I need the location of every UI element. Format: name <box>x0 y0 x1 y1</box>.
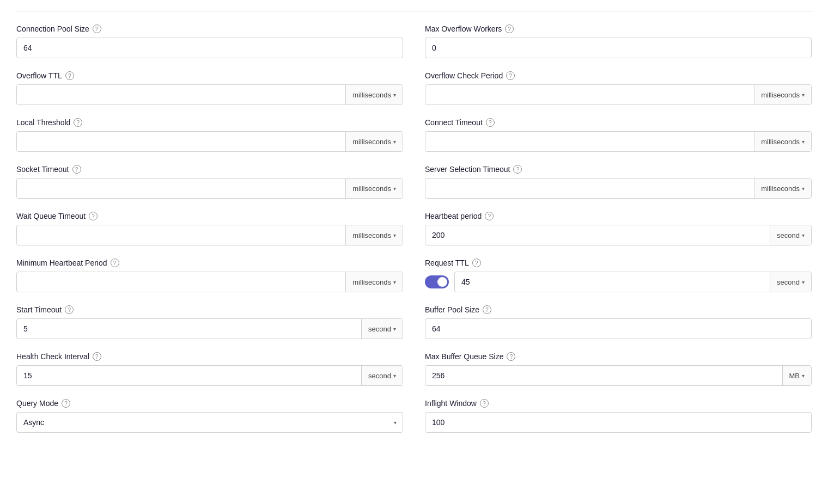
field-max-overflow-workers: Max Overflow Workers ? <box>425 24 812 58</box>
input-inflight-window[interactable] <box>425 412 812 433</box>
chevron-down-icon: ▾ <box>393 92 396 98</box>
label-overflow-check-period: Overflow Check Period ? <box>425 71 812 80</box>
input-wrapper-request-ttl: second ▾ <box>454 272 812 292</box>
help-icon-minimum-heartbeat-period[interactable]: ? <box>111 259 119 267</box>
input-request-ttl[interactable] <box>455 272 770 292</box>
label-buffer-pool-size: Buffer Pool Size ? <box>425 305 812 314</box>
help-icon-socket-timeout[interactable]: ? <box>72 165 81 174</box>
field-connect-timeout: Connect Timeout ? milliseconds ▾ <box>425 118 812 152</box>
unit-select-local-threshold[interactable]: milliseconds ▾ <box>345 132 403 151</box>
chevron-down-icon: ▾ <box>393 186 396 192</box>
select-query-mode[interactable]: Async Sync <box>16 412 403 433</box>
input-overflow-check-period[interactable] <box>425 85 754 105</box>
input-start-timeout[interactable] <box>17 319 361 339</box>
unit-select-server-selection-timeout[interactable]: milliseconds ▾ <box>754 179 811 198</box>
help-icon-inflight-window[interactable]: ? <box>480 399 489 408</box>
unit-select-socket-timeout[interactable]: milliseconds ▾ <box>345 179 403 198</box>
field-overflow-ttl: Overflow TTL ? milliseconds ▾ <box>16 71 403 105</box>
unit-select-health-check-interval[interactable]: second ▾ <box>361 366 403 385</box>
help-icon-start-timeout[interactable]: ? <box>65 305 74 314</box>
help-icon-query-mode[interactable]: ? <box>62 399 70 408</box>
help-icon-wait-queue-timeout[interactable]: ? <box>89 212 98 220</box>
help-icon-overflow-check-period[interactable]: ? <box>506 71 515 80</box>
label-max-overflow-workers: Max Overflow Workers ? <box>425 24 812 33</box>
input-wrapper-max-buffer-queue-size: MB ▾ <box>425 365 812 386</box>
input-connect-timeout[interactable] <box>425 132 754 151</box>
help-icon-overflow-ttl[interactable]: ? <box>65 71 74 80</box>
field-max-buffer-queue-size: Max Buffer Queue Size ? MB ▾ <box>425 352 812 386</box>
label-server-selection-timeout: Server Selection Timeout ? <box>425 165 812 174</box>
label-local-threshold: Local Threshold ? <box>16 118 403 127</box>
field-server-selection-timeout: Server Selection Timeout ? milliseconds … <box>425 165 812 199</box>
input-wait-queue-timeout[interactable] <box>17 225 345 245</box>
input-max-overflow-workers[interactable] <box>425 38 812 58</box>
chevron-down-icon: ▾ <box>802 232 805 238</box>
unit-select-start-timeout[interactable]: second ▾ <box>361 319 403 339</box>
unit-select-overflow-ttl[interactable]: milliseconds ▾ <box>345 85 403 105</box>
input-server-selection-timeout[interactable] <box>425 179 754 198</box>
field-overflow-check-period: Overflow Check Period ? milliseconds ▾ <box>425 71 812 105</box>
label-wait-queue-timeout: Wait Queue Timeout ? <box>16 212 403 220</box>
field-health-check-interval: Health Check Interval ? second ▾ <box>16 352 403 386</box>
unit-select-overflow-check-period[interactable]: milliseconds ▾ <box>754 85 811 105</box>
unit-select-wait-queue-timeout[interactable]: milliseconds ▾ <box>345 225 403 245</box>
input-health-check-interval[interactable] <box>17 366 361 385</box>
help-icon-max-buffer-queue-size[interactable]: ? <box>507 352 515 361</box>
chevron-down-icon: ▾ <box>802 186 805 192</box>
field-request-ttl: Request TTL ? second ▾ <box>425 259 812 292</box>
input-heartbeat-period[interactable] <box>425 225 770 245</box>
label-connection-pool-size: Connection Pool Size ? <box>16 24 403 33</box>
help-icon-heartbeat-period[interactable]: ? <box>485 212 494 220</box>
input-local-threshold[interactable] <box>17 132 345 151</box>
chevron-down-icon: ▾ <box>393 373 396 379</box>
input-overflow-ttl[interactable] <box>17 85 345 105</box>
chevron-down-icon: ▾ <box>393 326 396 332</box>
settings-page: Connection Pool Size ? Max Overflow Work… <box>0 0 828 457</box>
input-wrapper-connect-timeout: milliseconds ▾ <box>425 131 812 152</box>
input-socket-timeout[interactable] <box>17 179 345 198</box>
input-wrapper-socket-timeout: milliseconds ▾ <box>16 178 403 199</box>
help-icon-connect-timeout[interactable]: ? <box>486 118 495 127</box>
help-icon-server-selection-timeout[interactable]: ? <box>513 165 522 174</box>
input-wrapper-server-selection-timeout: milliseconds ▾ <box>425 178 812 199</box>
unit-select-minimum-heartbeat-period[interactable]: milliseconds ▾ <box>345 272 403 292</box>
field-socket-timeout: Socket Timeout ? milliseconds ▾ <box>16 165 403 199</box>
input-wrapper-heartbeat-period: second ▾ <box>425 225 812 245</box>
input-wrapper-overflow-check-period: milliseconds ▾ <box>425 84 812 105</box>
chevron-down-icon: ▾ <box>802 373 805 379</box>
help-icon-health-check-interval[interactable]: ? <box>93 352 101 361</box>
field-inflight-window: Inflight Window ? <box>425 399 812 433</box>
field-query-mode: Query Mode ? Async Sync ▾ <box>16 399 403 433</box>
unit-select-connect-timeout[interactable]: milliseconds ▾ <box>754 132 811 151</box>
help-icon-request-ttl[interactable]: ? <box>472 259 481 267</box>
label-request-ttl: Request TTL ? <box>425 259 812 267</box>
label-minimum-heartbeat-period: Minimum Heartbeat Period ? <box>16 259 403 267</box>
input-wrapper-wait-queue-timeout: milliseconds ▾ <box>16 225 403 245</box>
input-minimum-heartbeat-period[interactable] <box>17 272 345 292</box>
unit-select-request-ttl[interactable]: second ▾ <box>770 272 811 292</box>
request-ttl-toggle[interactable] <box>425 275 449 288</box>
label-socket-timeout: Socket Timeout ? <box>16 165 403 174</box>
unit-select-max-buffer-queue-size[interactable]: MB ▾ <box>782 366 812 385</box>
chevron-down-icon: ▾ <box>802 92 805 98</box>
label-start-timeout: Start Timeout ? <box>16 305 403 314</box>
label-overflow-ttl: Overflow TTL ? <box>16 71 403 80</box>
help-icon-buffer-pool-size[interactable]: ? <box>483 305 491 314</box>
help-icon-max-overflow-workers[interactable]: ? <box>505 24 514 33</box>
help-icon-local-threshold[interactable]: ? <box>74 118 82 127</box>
field-minimum-heartbeat-period: Minimum Heartbeat Period ? milliseconds … <box>16 259 403 292</box>
input-connection-pool-size[interactable] <box>16 38 403 58</box>
input-wrapper-start-timeout: second ▾ <box>16 318 403 339</box>
select-wrapper-query-mode: Async Sync ▾ <box>16 412 403 433</box>
unit-select-heartbeat-period[interactable]: second ▾ <box>770 225 811 245</box>
chevron-down-icon: ▾ <box>802 279 805 285</box>
form-grid: Connection Pool Size ? Max Overflow Work… <box>16 24 812 446</box>
label-health-check-interval: Health Check Interval ? <box>16 352 403 361</box>
input-buffer-pool-size[interactable] <box>425 318 812 339</box>
label-connect-timeout: Connect Timeout ? <box>425 118 812 127</box>
input-max-buffer-queue-size[interactable] <box>425 366 782 385</box>
help-icon-connection-pool-size[interactable]: ? <box>93 24 101 33</box>
input-wrapper-minimum-heartbeat-period: milliseconds ▾ <box>16 272 403 292</box>
field-connection-pool-size: Connection Pool Size ? <box>16 24 403 58</box>
input-wrapper-health-check-interval: second ▾ <box>16 365 403 386</box>
